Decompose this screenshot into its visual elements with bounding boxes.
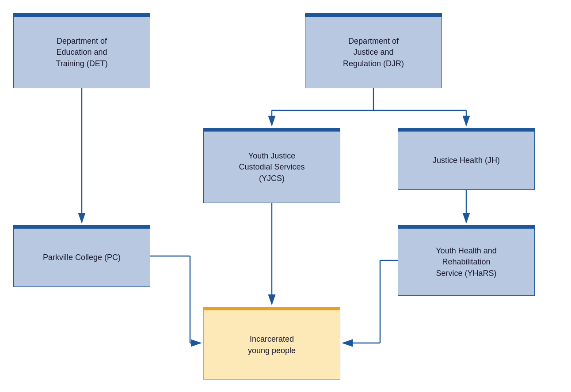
djr-label: Department ofJustice andRegulation (DJR) bbox=[343, 36, 404, 69]
det-label: Department ofEducation andTraining (DET) bbox=[56, 36, 107, 69]
jh-box: Justice Health (JH) bbox=[398, 128, 535, 190]
yjcs-label: Youth JusticeCustodial Services(YJCS) bbox=[239, 151, 305, 184]
yhars-box: Youth Health andRehabilitationService (Y… bbox=[398, 225, 535, 296]
pc-label: Parkville College (PC) bbox=[43, 252, 121, 263]
det-box: Department ofEducation andTraining (DET) bbox=[13, 13, 150, 88]
yjcs-box: Youth JusticeCustodial Services(YJCS) bbox=[203, 128, 340, 203]
diagram-container: Department ofEducation andTraining (DET)… bbox=[0, 0, 571, 392]
jh-label: Justice Health (JH) bbox=[433, 155, 500, 166]
pc-box: Parkville College (PC) bbox=[13, 225, 150, 287]
yhars-label: Youth Health andRehabilitationService (Y… bbox=[436, 245, 496, 279]
iyp-label: Incarceratedyoung people bbox=[248, 334, 296, 356]
djr-box: Department ofJustice andRegulation (DJR) bbox=[305, 13, 442, 88]
iyp-box: Incarceratedyoung people bbox=[203, 307, 340, 380]
